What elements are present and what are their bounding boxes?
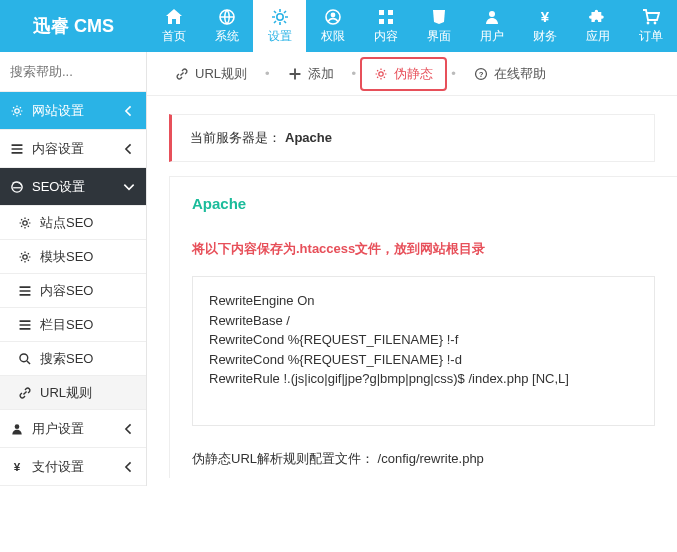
panel-title: Apache [192,195,655,212]
topnav-cart[interactable]: 订单 [624,0,677,52]
grid-icon [377,8,395,26]
rewrite-code-block[interactable]: RewriteEngine On RewriteBase / RewriteCo… [192,276,655,426]
tab-plus[interactable]: 添加 [278,59,344,89]
topnav-globe[interactable]: 系统 [200,0,253,52]
menu-group-label: SEO设置 [32,178,114,196]
current-server-notice: 当前服务器是： Apache [169,114,655,162]
config-file-note: 伪静态URL解析规则配置文件： /config/rewrite.php [192,450,655,468]
globe-icon [218,8,236,26]
ie-icon [10,180,24,194]
tab-label: URL规则 [195,65,247,83]
topnav-user[interactable]: 用户 [465,0,518,52]
brand-title: 迅睿 CMS [0,0,147,52]
tab-link[interactable]: URL规则 [165,59,257,89]
chevron-left-icon [122,142,136,156]
menu-group-label: 用户设置 [32,420,114,438]
link-icon [175,67,189,81]
search-icon [18,352,32,366]
topnav-home[interactable]: 首页 [147,0,200,52]
topnav-label: 首页 [162,28,186,45]
submenu-URL规则[interactable]: URL规则 [0,376,146,410]
chevron-left-icon [122,422,136,436]
topnav-label: 系统 [215,28,239,45]
menu-group-yen-4[interactable]: 支付设置 [0,448,146,486]
tab-cog[interactable]: 伪静态 [364,59,443,89]
plus-icon [288,67,302,81]
submenu-栏目SEO[interactable]: 栏目SEO [0,308,146,342]
tab-separator: • [348,66,361,81]
chevron-down-icon [122,180,136,194]
user-icon [10,422,24,436]
topnav-label: 订单 [639,28,663,45]
notice-prefix: 当前服务器是： [190,129,281,147]
home-icon [165,8,183,26]
htaccess-warning: 将以下内容保存为.htaccess文件，放到网站根目录 [192,240,655,258]
topnav-label: 权限 [321,28,345,45]
topnav-label: 财务 [533,28,557,45]
help-icon [474,67,488,81]
bars-icon [18,284,32,298]
cogs-icon [271,8,289,26]
tab-separator: • [447,66,460,81]
menu-group-ie-2[interactable]: SEO设置 [0,168,146,206]
menu-group-cog-0[interactable]: 网站设置 [0,92,146,130]
tab-separator: • [261,66,274,81]
submenu-内容SEO[interactable]: 内容SEO [0,274,146,308]
menu-group-label: 内容设置 [32,140,114,158]
submenu-label: 站点SEO [40,214,93,232]
bars-icon [18,318,32,332]
cart-icon [642,8,660,26]
cog-icon [374,67,388,81]
topnav-grid[interactable]: 内容 [359,0,412,52]
chevron-left-icon [122,460,136,474]
tab-label: 添加 [308,65,334,83]
notice-value: Apache [285,130,332,145]
submenu-模块SEO[interactable]: 模块SEO [0,240,146,274]
tab-label: 伪静态 [394,65,433,83]
html5-icon [430,8,448,26]
tab-help[interactable]: 在线帮助 [464,59,556,89]
submenu-label: 内容SEO [40,282,93,300]
cog-icon [18,250,32,264]
submenu-label: 栏目SEO [40,316,93,334]
submenu-label: 搜索SEO [40,350,93,368]
tab-label: 在线帮助 [494,65,546,83]
topnav-cogs[interactable]: 设置 [253,0,306,52]
menu-group-user-3[interactable]: 用户设置 [0,410,146,448]
yen-icon [536,8,554,26]
submenu-label: 模块SEO [40,248,93,266]
topnav-label: 应用 [586,28,610,45]
topnav-html5[interactable]: 界面 [412,0,465,52]
submenu-站点SEO[interactable]: 站点SEO [0,206,146,240]
submenu-搜索SEO[interactable]: 搜索SEO [0,342,146,376]
puzzle-icon [589,8,607,26]
cog-icon [18,216,32,230]
menu-group-label: 支付设置 [32,458,114,476]
cog-icon [10,104,24,118]
menu-group-bars-1[interactable]: 内容设置 [0,130,146,168]
menu-group-label: 网站设置 [32,102,114,120]
submenu-label: URL规则 [40,384,92,402]
topnav-puzzle[interactable]: 应用 [571,0,624,52]
link-icon [18,386,32,400]
yen-icon [10,460,24,474]
topnav-label: 界面 [427,28,451,45]
user-icon [483,8,501,26]
topnav-label: 内容 [374,28,398,45]
topnav-yen[interactable]: 财务 [518,0,571,52]
user-circle-icon [324,8,342,26]
topnav-label: 设置 [268,28,292,45]
chevron-left-icon [122,104,136,118]
topnav-label: 用户 [480,28,504,45]
topnav-user-circle[interactable]: 权限 [306,0,359,52]
sidebar-search[interactable] [0,52,146,92]
bars-icon [10,142,24,156]
